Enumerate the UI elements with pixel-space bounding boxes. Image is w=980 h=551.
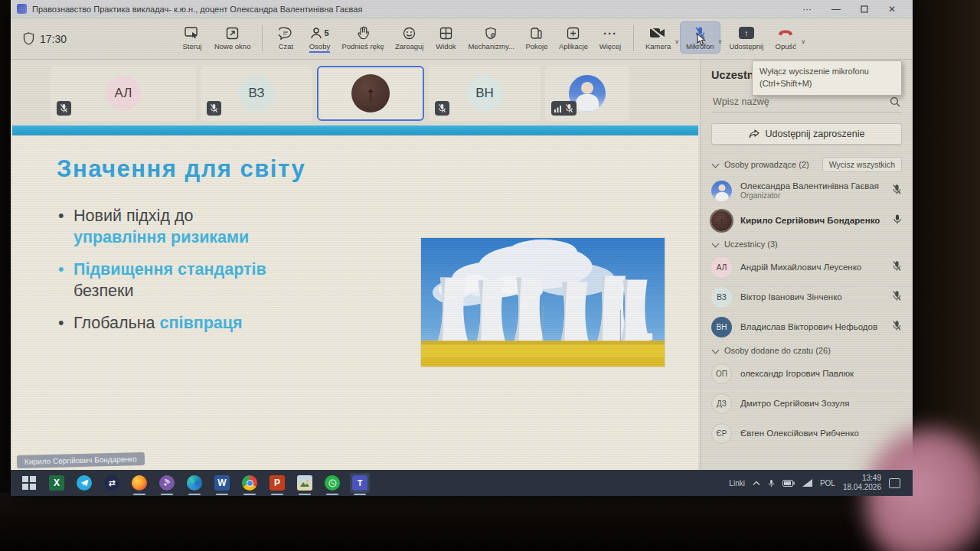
photos-icon[interactable] [295,473,315,493]
video-tile-photo[interactable] [545,66,629,121]
participant-row[interactable]: ЄР Євген Олексійович Рибченко [711,422,902,445]
mic-muted-icon[interactable] [892,260,902,275]
slide-bullet-list: Новий підхід до управління ризиками Підв… [57,206,416,367]
mic-muted-icon[interactable] [892,320,902,334]
word-icon[interactable]: W [212,473,232,493]
meeting-toolbar: 17:30 Steruj Nowe okno Czat [11,18,913,60]
excel-icon[interactable]: X [47,473,67,493]
grid-view-icon [439,24,452,41]
people-icon: 5 [310,24,328,41]
laptop-bezel-left [0,0,11,505]
mute-all-button[interactable]: Wycisz wszystkich [822,157,902,172]
section-hosts[interactable]: Osoby prowadzące (2) Wycisz wszystkich [711,157,902,172]
window-more-icon[interactable]: ··· [802,5,812,14]
mic-muted-badge [57,101,71,116]
slide-bullet: Новий підхід до управління ризиками [57,206,416,249]
section-chat-members[interactable]: Osoby dodane do czatu (26) [711,346,902,355]
tray-chevron-icon[interactable] [753,481,760,486]
section-attendees[interactable]: Uczestnicy (3) [711,240,902,249]
meeting-timer: 17:30 [23,32,67,45]
chat-button[interactable]: Czat [269,22,302,53]
participant-row[interactable]: ВЗ Віктор Іванович Зінченко [711,285,902,308]
raise-hand-button[interactable]: Podnieś rękę [336,22,389,53]
new-window-icon [226,24,239,41]
microphone-button[interactable]: Mikrofon [681,22,719,53]
teams-icon[interactable]: T [350,473,370,493]
slide-top-band [12,126,698,135]
slide-bullet: Глобальна співпраця [57,313,416,334]
mic-muted-icon [565,103,573,113]
mic-on-icon[interactable] [893,214,902,228]
chrome-icon[interactable] [240,473,260,493]
slide-bullet: Підвищення стандартів безпеки [57,259,416,302]
shield-gear-icon [485,24,498,41]
participant-row[interactable]: Олександра Валентинівна Гаєвая Organizat… [711,179,902,202]
more-button[interactable]: ··· Więcej [593,22,627,53]
mic-muted-icon[interactable] [892,290,902,305]
share-invite-icon [749,129,760,139]
smiley-icon [403,24,416,41]
shield-icon [23,32,34,45]
window-titlebar: Правознавство Практика викладач- к.ю.н.,… [11,0,913,18]
mic-muted-icon[interactable] [892,184,902,198]
teams-app-icon [17,4,27,14]
people-button[interactable]: 5 Osoby [302,22,336,55]
window-maximize-icon[interactable] [861,5,868,13]
video-tile-vz[interactable]: ВЗ [201,66,312,121]
whatsapp-icon[interactable] [322,473,342,493]
window-minimize-icon[interactable]: — [831,5,841,14]
mechanisms-button[interactable]: Mechanizmy... [462,22,520,53]
viber-icon[interactable] [157,473,177,493]
react-button[interactable]: Zareaguj [390,22,430,53]
firefox-icon[interactable] [129,473,149,493]
start-icon[interactable] [19,473,39,493]
participant-row[interactable]: ДЗ Дмитро Сергійович Зозуля [711,392,902,415]
video-tile-al[interactable]: АЛ [51,66,196,121]
tray-language[interactable]: POL [820,479,835,487]
action-center-icon[interactable] [889,478,900,488]
search-icon [890,96,900,107]
participants-panel: Uczestnicy Udostępnij zaproszenie Osoby … [700,60,913,470]
leave-button[interactable]: Opuść [769,22,802,53]
teamviewer-icon[interactable]: ⇄ [102,473,122,493]
toolbar-separator [633,25,634,51]
participant-row[interactable]: АЛ Андрій Михайлович Леусенко [711,256,902,279]
participant-avatar: АЛ [711,257,732,278]
share-invite-button[interactable]: Udostępnij zaproszenie [711,123,902,145]
presentation-slide: Значення для світу Новий підхід до управ… [12,135,698,470]
telegram-icon[interactable] [74,473,94,493]
chevron-down-icon [712,240,720,247]
control-button[interactable]: Steruj [175,22,209,53]
leave-call-icon [777,24,794,41]
edge-icon[interactable] [185,473,204,493]
meeting-stage: АЛ ВЗ ↑ ВН [11,60,700,470]
mic-muted-badge [435,101,449,116]
tray-mic-icon[interactable] [768,478,775,488]
participant-row[interactable]: ОП олександр Ігорович Павлюк [711,362,902,385]
participant-row[interactable]: ВН Владислав Вікторович Нефьодов [711,315,902,338]
video-tile-vn[interactable]: ВН [429,66,541,121]
chevron-down-icon [712,160,720,168]
windows-taskbar: X ⇄ W P T Linki POL 13:49 18.04.2026 [11,470,913,496]
video-tile-active-speaker[interactable]: ↑ [317,66,424,121]
tray-battery-icon[interactable] [782,480,795,487]
tray-links-label[interactable]: Linki [729,479,745,487]
share-button[interactable]: ↑ Udostępnij [724,22,769,53]
camera-button[interactable]: Kamera [640,22,676,53]
rooms-button[interactable]: Pokoje [520,22,554,53]
search-input[interactable] [713,96,890,107]
apps-plus-icon [567,24,580,41]
window-title: Правознавство Практика викладач- к.ю.н.,… [32,5,362,14]
participant-row[interactable]: ↑ Кирило Сергійович Бондаренко [711,209,902,232]
apps-button[interactable]: Aplikacje [554,22,593,53]
participant-avatar: ВН [711,317,732,337]
tray-clock[interactable]: 13:49 18.04.2026 [843,474,881,493]
tray-network-icon[interactable] [802,479,812,487]
view-button[interactable]: Widok [429,22,462,53]
mic-tooltip: Wyłącz wyciszenie mikrofonu (Ctrl+Shift+… [752,60,902,96]
new-window-button[interactable]: Nowe okno [209,22,256,53]
chat-icon [279,24,292,41]
window-close-icon[interactable]: ✕ [888,5,896,14]
powerpoint-icon[interactable]: P [267,473,287,493]
participant-search[interactable] [711,95,902,112]
